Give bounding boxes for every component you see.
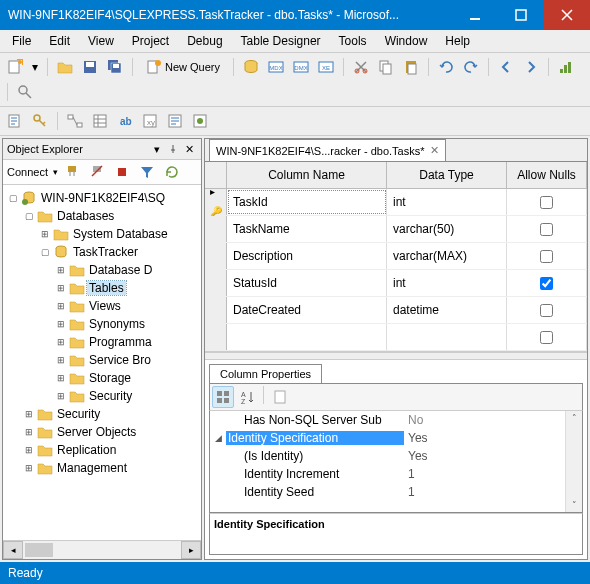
tree-server-objects[interactable]: ⊞Server Objects — [3, 423, 201, 441]
tree-service-broker[interactable]: ⊞Service Bro — [3, 351, 201, 369]
col-header-nulls[interactable]: Allow Nulls — [507, 162, 587, 188]
connect-label[interactable]: Connect — [7, 166, 48, 178]
splitter[interactable] — [205, 352, 587, 360]
menu-edit[interactable]: Edit — [41, 32, 78, 50]
prop-row[interactable]: (Is Identity)Yes — [210, 447, 582, 465]
open-button[interactable] — [54, 56, 76, 78]
db-engine-query-button[interactable] — [240, 56, 262, 78]
mdx-button[interactable]: MDX — [265, 56, 287, 78]
tree-programmability[interactable]: ⊞Programma — [3, 333, 201, 351]
allownull-checkbox[interactable] — [540, 223, 553, 236]
menu-project[interactable]: Project — [124, 32, 177, 50]
column-properties-tab[interactable]: Column Properties — [209, 364, 322, 383]
close-icon[interactable]: ✕ — [181, 141, 197, 157]
allownull-checkbox[interactable] — [540, 250, 553, 263]
columns-grid[interactable]: Column Name Data Type Allow Nulls ▸🔑 Tas… — [205, 162, 587, 352]
generate-script-button[interactable] — [4, 110, 26, 132]
tree-tasktracker[interactable]: ▢TaskTracker — [3, 243, 201, 261]
tree-security[interactable]: ⊞Security — [3, 405, 201, 423]
scroll-up-icon[interactable]: ˄ — [572, 413, 577, 423]
close-button[interactable] — [544, 0, 590, 30]
menu-tools[interactable]: Tools — [331, 32, 375, 50]
tree-db-diagrams[interactable]: ⊞Database D — [3, 261, 201, 279]
connect-button[interactable] — [61, 161, 83, 183]
tree-server[interactable]: ▢WIN-9NF1K82EIF4\SQ — [3, 189, 201, 207]
find-button[interactable] — [14, 81, 36, 103]
save-all-button[interactable] — [104, 56, 126, 78]
save-button[interactable] — [79, 56, 101, 78]
collapse-icon[interactable]: ◢ — [210, 433, 226, 443]
pin-icon[interactable] — [165, 141, 181, 157]
indexes-button[interactable] — [89, 110, 111, 132]
scroll-right-button[interactable]: ▸ — [181, 541, 201, 559]
allownull-checkbox[interactable] — [540, 331, 553, 344]
nav-fwd-button[interactable] — [520, 56, 542, 78]
menu-view[interactable]: View — [80, 32, 122, 50]
tree-management[interactable]: ⊞Management — [3, 459, 201, 477]
activity-monitor-button[interactable] — [555, 56, 577, 78]
spatial-button[interactable]: xy — [139, 110, 161, 132]
tree-storage[interactable]: ⊞Storage — [3, 369, 201, 387]
tree-synonyms[interactable]: ⊞Synonyms — [3, 315, 201, 333]
stop-button[interactable] — [111, 161, 133, 183]
object-tree[interactable]: ▢WIN-9NF1K82EIF4\SQ ▢Databases ⊞System D… — [3, 185, 201, 540]
new-query-button[interactable]: New Query — [139, 56, 227, 78]
redo-button[interactable] — [460, 56, 482, 78]
col-header-name[interactable]: Column Name — [227, 162, 387, 188]
dropdown-icon[interactable]: ▾ — [149, 141, 165, 157]
copy-button[interactable] — [375, 56, 397, 78]
vertical-scrollbar[interactable]: ˄˅ — [565, 411, 582, 512]
titlebar[interactable]: WIN-9NF1K82EIF4\SQLEXPRESS.TaskTracker -… — [0, 0, 590, 30]
refresh-button[interactable] — [161, 161, 183, 183]
table-row[interactable]: Description varchar(MAX) — [205, 243, 587, 270]
xml-index-button[interactable] — [189, 110, 211, 132]
menu-window[interactable]: Window — [377, 32, 436, 50]
paste-button[interactable] — [400, 56, 422, 78]
tab-table-design[interactable]: WIN-9NF1K82EIF4\S...racker - dbo.Tasks* … — [209, 139, 446, 161]
key-button[interactable] — [29, 110, 51, 132]
tree-security-db[interactable]: ⊞Security — [3, 387, 201, 405]
disconnect-button[interactable] — [86, 161, 108, 183]
tree-views[interactable]: ⊞Views — [3, 297, 201, 315]
categorized-button[interactable] — [212, 386, 234, 408]
horizontal-scrollbar[interactable]: ◂ ▸ — [3, 540, 201, 559]
filter-button[interactable] — [136, 161, 158, 183]
fulltext-button[interactable] — [164, 110, 186, 132]
maximize-button[interactable] — [498, 0, 544, 30]
tree-system-db[interactable]: ⊞System Database — [3, 225, 201, 243]
table-row[interactable]: StatusId int — [205, 270, 587, 297]
prop-pages-button[interactable] — [269, 386, 291, 408]
tab-close-icon[interactable]: ✕ — [430, 144, 439, 157]
row-selector-key-icon[interactable]: ▸🔑 — [205, 189, 227, 215]
cut-button[interactable] — [350, 56, 372, 78]
tree-tables[interactable]: ⊞Tables — [3, 279, 201, 297]
xmla-button[interactable]: XE — [315, 56, 337, 78]
table-row[interactable]: TaskName varchar(50) — [205, 216, 587, 243]
menu-file[interactable]: File — [4, 32, 39, 50]
menu-table-designer[interactable]: Table Designer — [233, 32, 329, 50]
check-constraint-button[interactable]: ab — [114, 110, 136, 132]
table-row[interactable]: ▸🔑 TaskId int — [205, 189, 587, 216]
prop-row[interactable]: Identity Increment1 — [210, 465, 582, 483]
minimize-button[interactable] — [452, 0, 498, 30]
table-row[interactable] — [205, 324, 587, 351]
scroll-down-icon[interactable]: ˅ — [572, 500, 577, 510]
prop-row[interactable]: Has Non-SQL Server SubNo — [210, 411, 582, 429]
table-row[interactable]: DateCreated datetime — [205, 297, 587, 324]
tree-replication[interactable]: ⊞Replication — [3, 441, 201, 459]
allownull-checkbox[interactable] — [540, 196, 553, 209]
scroll-left-button[interactable]: ◂ — [3, 541, 23, 559]
dropdown-icon[interactable]: ▾ — [29, 56, 41, 78]
menu-help[interactable]: Help — [437, 32, 478, 50]
undo-button[interactable] — [435, 56, 457, 78]
allownull-checkbox[interactable] — [540, 277, 553, 290]
scroll-thumb[interactable] — [25, 543, 53, 557]
new-project-button[interactable] — [4, 56, 26, 78]
prop-row[interactable]: Identity Seed1 — [210, 483, 582, 501]
menu-debug[interactable]: Debug — [179, 32, 230, 50]
allownull-checkbox[interactable] — [540, 304, 553, 317]
alphabetical-button[interactable]: AZ — [236, 386, 258, 408]
nav-back-button[interactable] — [495, 56, 517, 78]
dmx-button[interactable]: DMX — [290, 56, 312, 78]
relationships-button[interactable] — [64, 110, 86, 132]
